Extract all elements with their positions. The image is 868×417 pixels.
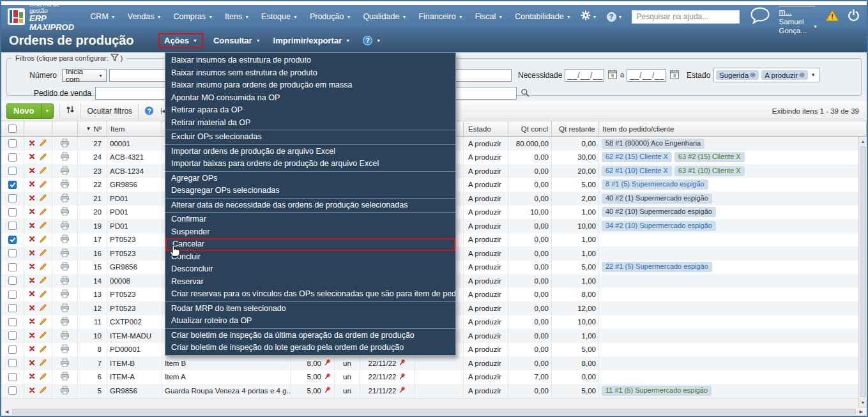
- scroll-down-icon[interactable]: ▼: [859, 398, 867, 407]
- calendar-icon[interactable]: 8: [608, 70, 617, 82]
- imprimir-exportar-menu-button[interactable]: Imprimir/exportar▼: [273, 36, 351, 45]
- pin-icon[interactable]: [323, 358, 331, 368]
- row-checkbox[interactable]: [8, 222, 17, 230]
- order-tag[interactable]: 63 #1 (10) Cliente X: [674, 166, 745, 176]
- order-tag[interactable]: 62 #1 (10) Cliente X: [602, 166, 672, 176]
- delete-icon[interactable]: [29, 345, 35, 353]
- menu-item-baixar-insumos-sem-estrutura-de-produto[interactable]: Baixar insumos sem estrutura de produto: [165, 67, 455, 80]
- estado-chip[interactable]: Sugerida⊗: [716, 70, 759, 80]
- row-checkbox[interactable]: [8, 386, 17, 395]
- order-tag[interactable]: 40 #2 (10) Supermercado espigão: [602, 207, 716, 217]
- print-icon[interactable]: [60, 248, 70, 259]
- row-checkbox[interactable]: [8, 153, 17, 162]
- vertical-scrollbar[interactable]: ▲ ▼: [858, 137, 867, 407]
- row-checkbox[interactable]: [8, 345, 17, 354]
- calendar-icon[interactable]: 8: [670, 70, 679, 82]
- table-row[interactable]: 5GR9856Guarda Roupa Veneza 4 portas e 4 …: [1, 384, 858, 398]
- menu-item-baixar-insumo-para-ordens-de-producao-em[interactable]: Baixar insumo para ordens de produção em…: [165, 79, 455, 92]
- edit-pencil-icon[interactable]: [39, 248, 47, 258]
- edit-pencil-icon[interactable]: [39, 193, 47, 203]
- help-search-input[interactable]: [632, 10, 740, 24]
- numero-operator-select[interactable]: Inicia com▼: [62, 69, 107, 82]
- delete-icon[interactable]: [29, 360, 35, 367]
- scroll-left-icon[interactable]: ◀: [3, 409, 11, 414]
- pin-icon[interactable]: [398, 372, 406, 382]
- horizontal-scroll-thumb[interactable]: [12, 409, 855, 414]
- table-row[interactable]: 7ITEM-BItem B8,00un22/11/22A produzir0,0…: [1, 356, 858, 370]
- print-icon[interactable]: [60, 152, 70, 162]
- delete-icon[interactable]: [29, 387, 35, 395]
- row-checkbox[interactable]: [8, 181, 17, 189]
- menu-item-atualizar-roteiro-da-op[interactable]: Atualizar roteiro da OP: [165, 315, 455, 328]
- row-checkbox[interactable]: [8, 194, 17, 202]
- table-row[interactable]: 6ITEM-AItem A5,00un22/11/22A produzir7,0…: [1, 370, 858, 384]
- row-checkbox[interactable]: [8, 167, 17, 175]
- ocultar-filtros-button[interactable]: Ocultar filtros: [87, 107, 132, 116]
- edit-pencil-icon[interactable]: [39, 317, 47, 327]
- print-icon[interactable]: [60, 179, 70, 190]
- topnav-item-producao[interactable]: Produção▼: [310, 12, 351, 21]
- delete-icon[interactable]: [29, 305, 35, 312]
- logout-power-icon[interactable]: [847, 9, 860, 25]
- user-menu[interactable]: Samuel Gonça...▼: [779, 17, 818, 36]
- print-icon[interactable]: [60, 289, 70, 299]
- menu-item-alterar-data-de-necessidade-das-ordens-d[interactable]: Alterar data de necessidade das ordens d…: [165, 199, 455, 212]
- delete-icon[interactable]: [29, 208, 35, 216]
- topnav-item-itens[interactable]: Itens▼: [225, 12, 249, 21]
- print-icon[interactable]: [60, 344, 70, 354]
- remove-chip-icon[interactable]: ⊗: [750, 71, 756, 79]
- pin-icon[interactable]: [398, 386, 406, 395]
- grid-help-icon[interactable]: ?: [144, 106, 154, 116]
- delete-icon[interactable]: [29, 332, 35, 340]
- delete-icon[interactable]: [29, 153, 35, 161]
- print-icon[interactable]: [60, 386, 70, 396]
- menu-item-excluir-ops-selecionadas[interactable]: Excluir OPs selecionadas: [165, 131, 455, 144]
- edit-pencil-icon[interactable]: [39, 372, 47, 382]
- menu-item-importar-ordens-de-producao-de-arquivo-e[interactable]: Importar ordens de produção de arquivo E…: [165, 146, 455, 158]
- edit-pencil-icon[interactable]: [39, 235, 47, 245]
- order-tag[interactable]: 11 #1 (5) Supermercado espigão: [602, 386, 712, 396]
- print-icon[interactable]: [60, 331, 70, 341]
- row-checkbox[interactable]: [8, 263, 17, 271]
- topnav-item-fiscal[interactable]: Fiscal▼: [475, 12, 503, 21]
- row-checkbox[interactable]: [8, 236, 17, 244]
- edit-pencil-icon[interactable]: [39, 345, 47, 354]
- chat-icon[interactable]: [749, 6, 771, 27]
- print-icon[interactable]: [60, 372, 70, 382]
- edit-pencil-icon[interactable]: [39, 166, 47, 176]
- edit-pencil-icon[interactable]: [39, 358, 47, 368]
- row-checkbox[interactable]: [8, 359, 17, 367]
- print-icon[interactable]: [60, 262, 70, 272]
- edit-pencil-icon[interactable]: [39, 180, 47, 190]
- edit-pencil-icon[interactable]: [39, 276, 47, 285]
- menu-item-suspender[interactable]: Suspender: [165, 226, 455, 239]
- edit-pencil-icon[interactable]: [39, 262, 47, 272]
- header-estado[interactable]: Estado: [464, 121, 508, 136]
- edit-pencil-icon[interactable]: [39, 139, 47, 148]
- delete-icon[interactable]: [29, 140, 35, 148]
- row-checkbox[interactable]: [8, 291, 17, 299]
- topnav-item-crm[interactable]: CRM▼: [90, 12, 115, 21]
- print-icon[interactable]: [60, 358, 70, 368]
- settings-menu[interactable]: ▼: [581, 10, 597, 23]
- consultar-menu-button[interactable]: Consultar▼: [213, 36, 261, 45]
- refresh-icon[interactable]: [66, 105, 75, 117]
- print-icon[interactable]: [60, 234, 70, 245]
- order-tag[interactable]: 8 #1 (5) Supermercado espigão: [602, 179, 708, 190]
- pin-icon[interactable]: [323, 386, 331, 395]
- remove-chip-icon[interactable]: ⊗: [799, 71, 805, 79]
- edit-pencil-icon[interactable]: [39, 208, 47, 217]
- menu-item-confirmar[interactable]: Confirmar: [165, 213, 455, 226]
- edit-pencil-icon[interactable]: [39, 331, 47, 340]
- menu-item-reservar[interactable]: Reservar: [165, 276, 455, 289]
- menu-item-retirar-material-da-op[interactable]: Retirar material da OP: [165, 117, 455, 130]
- menu-item-rodar-mrp-do-item-selecionado[interactable]: Rodar MRP do item selecionado: [165, 303, 455, 315]
- company-link[interactable]: Fábrica de m...: [779, 0, 818, 17]
- delete-icon[interactable]: [29, 222, 35, 230]
- menu-item-desagregar-ops-selecionadas[interactable]: Desagregar OPs selecionadas: [165, 185, 455, 197]
- header-pedido-cliente[interactable]: Item do pedido/cliente: [599, 121, 867, 136]
- order-tag[interactable]: 34 #2 (10) Supermercado espigão: [602, 221, 716, 231]
- order-tag[interactable]: 63 #2 (15) Cliente X: [674, 152, 745, 162]
- menu-item-cancelar[interactable]: Cancelar: [165, 238, 455, 251]
- topnav-item-vendas[interactable]: Vendas▼: [128, 12, 162, 21]
